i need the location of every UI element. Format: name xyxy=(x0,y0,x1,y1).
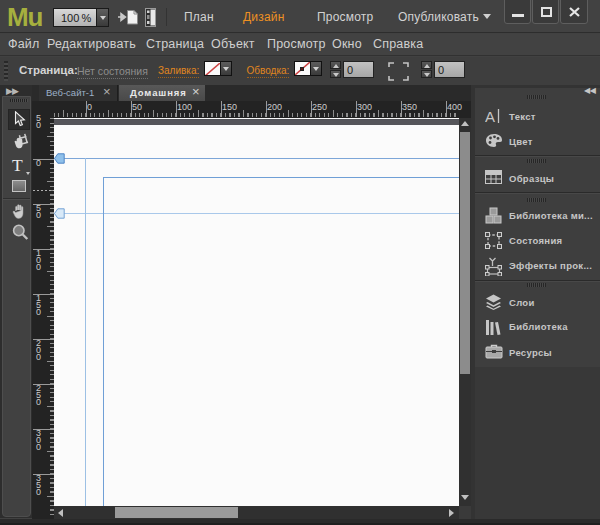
svg-text:A: A xyxy=(485,108,495,125)
